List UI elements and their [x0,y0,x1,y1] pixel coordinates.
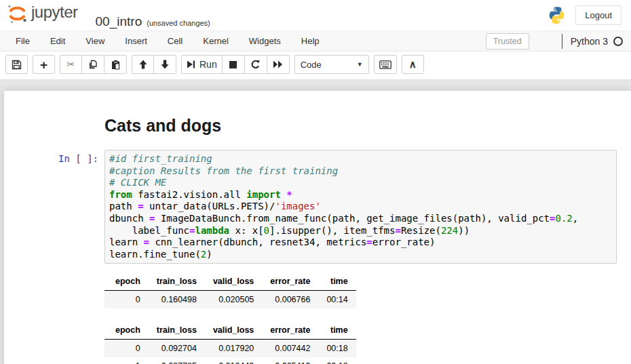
table-cell: 0.017920 [205,340,262,358]
refresh-icon [250,60,261,70]
scissors-icon: ✂ [66,58,75,70]
table-row: 10.0277850.0124490.00541300:18 [104,357,356,364]
plus-icon: + [40,58,47,71]
training-progress-table-1: epochtrain_lossvalid_losserror_ratetime0… [104,272,356,308]
restart-run-all-button[interactable] [267,55,290,74]
markdown-heading: Cats and dogs [104,116,631,136]
code-line: label_func=lambda x: x[0].isupper(), ite… [109,225,612,237]
column-header-time: time [318,321,356,340]
cell-type-value: Code [301,60,322,70]
toolbar-collapse-button[interactable]: ∧ [402,55,424,74]
app-header: jupyter 00_intro (unsaved changes) Logou… [0,0,631,31]
menu-item-widgets[interactable]: Widgets [239,31,291,51]
training-progress-table-2: epochtrain_lossvalid_losserror_ratetime0… [104,321,356,364]
table-cell: 00:18 [318,357,356,364]
code-line: # CLICK ME [109,177,612,189]
column-header-time: time [318,272,356,291]
table-row: 00.1604980.0205050.00676600:14 [104,291,356,309]
code-line: from fastai2.vision.all import * [109,189,612,201]
logout-button[interactable]: Logout [575,5,622,25]
table-cell: 1 [104,357,149,364]
code-line: dbunch = ImageDataBunch.from_name_func(p… [109,213,612,225]
kernel-name: Python 3 [571,36,608,47]
copy-icon [88,60,98,70]
arrow-down-icon [160,60,170,69]
table-cell: 0.020505 [205,291,262,309]
jupyter-logo-icon [5,1,28,26]
add-cell-button[interactable]: + [33,55,55,74]
column-header-train_loss: train_loss [149,272,205,291]
column-header-epoch: epoch [104,321,149,340]
table-cell: 00:18 [318,340,356,358]
notebook-title[interactable]: 00_intro [96,14,142,29]
menu-item-view[interactable]: View [75,31,115,51]
notebook-container: Cats and dogs In [ ]: #id first_training… [4,91,631,364]
table-cell: 00:14 [318,291,356,309]
interrupt-kernel-button[interactable] [223,55,245,74]
table-cell: 0.092704 [149,340,205,358]
command-palette-button[interactable] [374,55,397,74]
paste-cell-button[interactable] [104,55,127,74]
jupyter-logo[interactable]: jupyter [5,1,78,26]
column-header-train_loss: train_loss [149,321,205,340]
run-label: Run [199,59,217,70]
run-button[interactable]: Run [181,55,223,74]
save-button[interactable] [5,55,28,74]
menu-item-cell[interactable]: Cell [157,31,193,51]
menubar-divider [562,34,562,49]
notebook-background: Cats and dogs In [ ]: #id first_training… [0,79,631,364]
python-logo-icon [548,6,566,24]
code-line: learn = cnn_learner(dbunch, resnet34, me… [109,237,612,249]
table-cell: 0.005413 [262,357,318,364]
kernel-idle-icon [613,37,623,46]
column-header-epoch: epoch [104,272,149,291]
menu-item-edit[interactable]: Edit [40,31,75,51]
step-forward-icon [187,60,195,69]
code-line: #caption Results from the first training [109,165,612,178]
code-cell[interactable]: In [ ]: #id first_training#caption Resul… [4,150,631,264]
table-cell: 0.007442 [262,340,318,358]
move-cell-up-button[interactable] [132,55,154,74]
menu-list: FileEditViewInsertCellKernelWidgetsHelp [5,31,330,51]
save-icon [12,60,22,70]
code-line: path = untar_data(URLs.PETS)/'images' [109,201,612,213]
menubar: FileEditViewInsertCellKernelWidgetsHelp … [0,31,631,52]
table-cell: 0 [104,291,149,309]
cell-prompt: In [ ]: [4,150,104,264]
menu-item-help[interactable]: Help [291,31,330,51]
code-content: #id first_training#caption Results from … [109,153,612,260]
menu-item-file[interactable]: File [5,31,40,51]
paste-icon [111,60,121,70]
menu-item-insert[interactable]: Insert [115,31,157,51]
cell-type-select[interactable]: Code ▼ [294,55,369,74]
move-cell-down-button[interactable] [154,55,176,74]
code-input-area[interactable]: #id first_training#caption Results from … [104,150,617,264]
restart-kernel-button[interactable] [245,55,267,74]
fast-forward-icon [273,60,283,69]
trusted-button[interactable]: Trusted [486,33,529,49]
table-cell: 0.012449 [205,357,262,364]
table-row: 00.0927040.0179200.00744200:18 [104,340,356,358]
chevron-up-icon: ∧ [409,58,417,70]
arrow-up-icon [138,60,148,69]
column-header-valid_loss: valid_loss [205,321,262,340]
stop-icon [229,60,237,69]
save-status: (unsaved changes) [147,19,210,27]
toolbar: + ✂ [0,52,631,79]
keyboard-icon [379,60,391,69]
table-cell: 0 [104,340,149,358]
cut-cell-button[interactable]: ✂ [60,55,82,74]
column-header-error_rate: error_rate [262,321,318,340]
chevron-down-icon: ▼ [357,61,363,68]
table-cell: 0.160498 [149,291,205,309]
outputs: epochtrain_lossvalid_losserror_ratetime0… [104,272,631,364]
menu-item-kernel[interactable]: Kernel [193,31,239,51]
code-line: learn.fine_tune(2) [109,249,612,261]
table-cell: 0.027785 [149,357,205,364]
code-line: #id first_training [109,153,612,165]
column-header-valid_loss: valid_loss [205,272,262,291]
brand-text: jupyter [31,3,78,22]
copy-cell-button[interactable] [82,55,104,74]
column-header-error_rate: error_rate [262,272,318,291]
table-cell: 0.006766 [262,291,318,309]
